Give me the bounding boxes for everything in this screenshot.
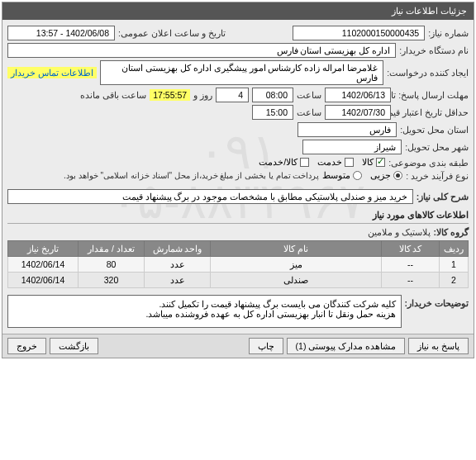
check-icon xyxy=(376,158,385,167)
city-label: شهر محل تحویل: xyxy=(405,142,469,152)
remain-label: ساعت باقی مانده xyxy=(80,90,146,100)
back-button[interactable]: بازگشت xyxy=(50,338,98,354)
creator-label: ایجاد کننده درخواست: xyxy=(387,68,469,78)
days-remaining: 4 xyxy=(216,88,249,102)
reply-deadline-date: 1402/06/13 xyxy=(325,88,391,102)
announce-value: 1402/06/08 - 13:57 xyxy=(7,26,115,40)
city-value: شیراز xyxy=(302,140,402,154)
radio-icon xyxy=(393,171,402,180)
items-table: ردیف کد کالا نام کالا واحد شمارش تعداد /… xyxy=(7,240,469,288)
days-label: روز و xyxy=(193,90,212,100)
radio-icon xyxy=(353,171,362,180)
th-row: ردیف xyxy=(440,241,469,257)
print-button[interactable]: چاپ xyxy=(249,338,283,354)
province-label: استان محل تحویل: xyxy=(400,125,469,135)
countdown-timer: 17:55:57 xyxy=(150,89,190,101)
buyer-notes-label: توضیحات خریدار: xyxy=(405,295,469,308)
pt-note: پرداخت تمام یا بخشی از مبلغ خرید،از محل … xyxy=(64,171,319,180)
th-name: نام کالا xyxy=(211,241,382,257)
validity-date: 1402/07/30 xyxy=(325,105,391,120)
validity-time: 15:00 xyxy=(252,105,293,120)
category-goods[interactable]: کالا xyxy=(362,157,385,168)
category-goods-service[interactable]: کالا/خدمت xyxy=(259,157,309,168)
pt-medium[interactable]: متوسط xyxy=(322,170,362,181)
creator-value: غلامرضا امراله زاده کارشناس امور پیشگیری… xyxy=(100,60,383,85)
reply-deadline-time: 08:00 xyxy=(252,88,293,102)
th-qty: تعداد / مقدار xyxy=(79,241,145,257)
th-unit: واحد شمارش xyxy=(145,241,211,257)
purchase-type-label: نوع فرآیند خرید : xyxy=(406,171,469,181)
summary-value: خرید میز و صندلی پلاستیکی مطابق با مشخصا… xyxy=(7,189,413,204)
check-icon xyxy=(345,158,354,167)
attachments-button[interactable]: مشاهده مدارک پیوستی (1) xyxy=(287,338,406,354)
check-icon xyxy=(300,158,309,167)
table-row: 1 -- میز عدد 80 1402/06/14 xyxy=(8,257,469,273)
buyer-org-value: اداره کل بهزیستی استان فارس xyxy=(7,43,396,58)
panel-title: جزئیات اطلاعات نیاز xyxy=(2,2,474,20)
category-label: طبقه بندی موضوعی: xyxy=(388,158,469,168)
table-row: 2 -- صندلی عدد 320 1402/06/14 xyxy=(8,273,469,288)
exit-button[interactable]: خروج xyxy=(7,338,46,354)
group-value: پلاستیک و ملامین xyxy=(368,227,431,237)
announce-label: تاریخ و ساعت اعلان عمومی: xyxy=(118,28,226,38)
need-no-value: 1102000150000435 xyxy=(293,26,425,40)
group-label: گروه کالا: xyxy=(434,227,469,237)
details-panel: جزئیات اطلاعات نیاز ۰۹۱ ۰۵-۸۸۳۴۹۶۷ شماره… xyxy=(2,2,474,358)
summary-label: شرح کلی نیاز: xyxy=(416,192,469,202)
buyer-org-label: نام دستگاه خریدار: xyxy=(399,45,469,55)
pt-partial[interactable]: جزیی xyxy=(370,170,402,181)
items-section-title: اطلاعات کالاهای مورد نیاز xyxy=(7,207,469,224)
buyer-notes-box: کلیه شرکت کنندگان می بایست برگ پیشنهاد ق… xyxy=(7,295,402,328)
panel-body: ۰۹۱ ۰۵-۸۸۳۴۹۶۷ شماره نیاز: 1102000150000… xyxy=(2,20,474,334)
reply-deadline-label: مهلت ارسال پاسخ: تا تاریخ: xyxy=(394,90,469,100)
buyer-contact-link[interactable]: اطلاعات تماس خریدار xyxy=(7,67,97,78)
th-code: کد کالا xyxy=(382,241,440,257)
table-header-row: ردیف کد کالا نام کالا واحد شمارش تعداد /… xyxy=(8,241,469,257)
time-label-1: ساعت xyxy=(297,90,321,100)
category-service[interactable]: خدمت xyxy=(317,157,354,168)
reply-button[interactable]: پاسخ به نیاز xyxy=(408,338,469,354)
need-no-label: شماره نیاز: xyxy=(428,28,469,38)
category-radio-group: کالا خدمت کالا/خدمت xyxy=(259,157,385,168)
time-label-2: ساعت xyxy=(297,107,321,117)
footer-toolbar: پاسخ به نیاز مشاهده مدارک پیوستی (1) چاپ… xyxy=(2,334,474,358)
validity-label: حداقل تاریخ اعتبار قیمت: تا تاریخ: xyxy=(394,107,469,117)
th-date: تاریخ نیاز xyxy=(8,241,79,257)
province-value: فارس xyxy=(298,122,397,137)
purchase-type-group: جزیی متوسط xyxy=(322,170,402,181)
